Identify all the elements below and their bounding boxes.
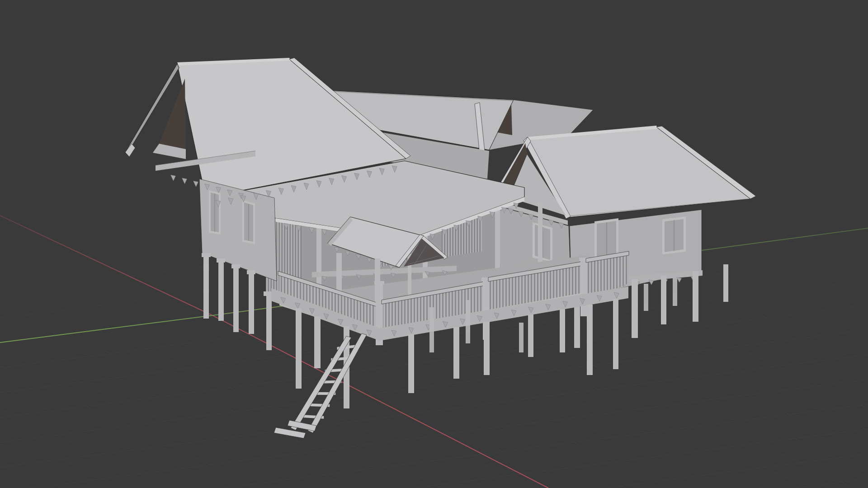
left-wall-window-1 (209, 190, 221, 235)
right-side-window-2 (662, 216, 686, 254)
viewport-3d[interactable] (0, 0, 868, 488)
left-wall-window-2 (242, 200, 255, 244)
railing-corner-post-3 (580, 259, 587, 316)
